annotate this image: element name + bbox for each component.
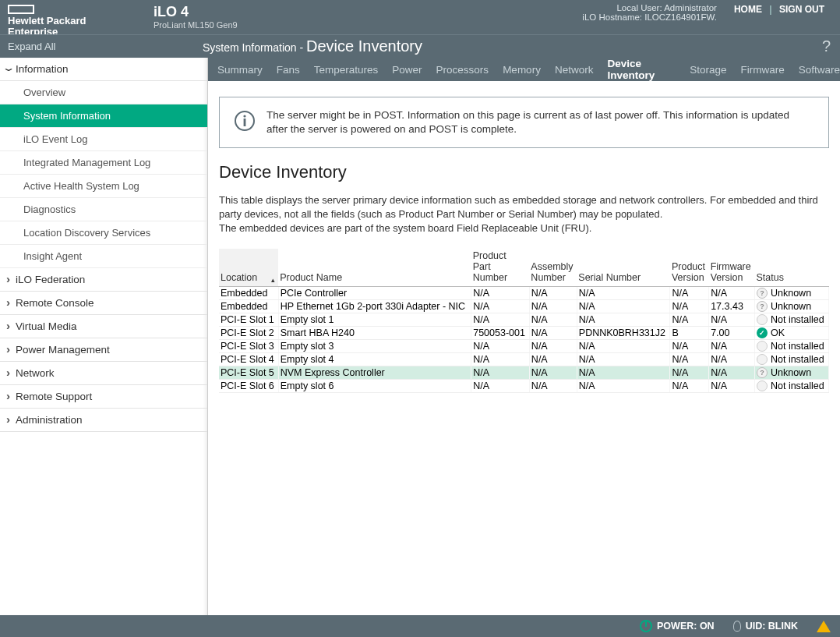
table-cell: PCI-E Slot 3 xyxy=(219,340,278,353)
hpe-brand-line1: Hewlett Packard xyxy=(8,16,146,27)
tab-summary[interactable]: Summary xyxy=(217,64,263,76)
table-cell: NVM Express Controller xyxy=(278,366,471,380)
table-cell: N/A xyxy=(670,380,709,393)
home-link[interactable]: HOME xyxy=(729,4,767,15)
product-title: iLO 4 xyxy=(154,4,238,20)
nav-item-system-information[interactable]: System Information xyxy=(0,104,207,128)
warning-icon[interactable] xyxy=(817,621,831,632)
nav-item-location-discovery-services[interactable]: Location Discovery Services xyxy=(0,221,207,245)
nav-item-diagnostics[interactable]: Diagnostics xyxy=(0,198,207,221)
table-cell: 17.3.43 xyxy=(709,300,755,313)
table-cell: N/A xyxy=(670,287,709,300)
col-product-part-number[interactable]: ProductPartNumber xyxy=(471,249,530,287)
col-firmware-version[interactable]: FirmwareVersion xyxy=(709,249,755,287)
power-status[interactable]: POWER: ON xyxy=(640,620,715,632)
table-cell: N/A xyxy=(709,366,755,380)
tab-device-inventory[interactable]: Device Inventory xyxy=(607,58,676,81)
table-cell: N/A xyxy=(709,353,755,366)
table-row[interactable]: PCI-E Slot 2Smart HBA H240750053-001N/AP… xyxy=(219,327,829,340)
table-cell: PCIe Controller xyxy=(278,287,471,300)
col-serial-number[interactable]: Serial Number xyxy=(577,249,670,287)
table-cell: N/A xyxy=(577,353,670,366)
table-cell: 750053-001 xyxy=(471,327,530,340)
hpe-logo-mark xyxy=(8,5,34,14)
col-status[interactable]: Status xyxy=(754,249,828,287)
link-divider: | xyxy=(769,4,771,15)
table-cell: N/A xyxy=(709,287,755,300)
nav-section-network[interactable]: Network xyxy=(0,362,207,385)
nav-item-insight-agent[interactable]: Insight Agent xyxy=(0,245,207,268)
tab-software[interactable]: Software xyxy=(799,64,840,76)
header-right: Local User: Administrator iLO Hostname: … xyxy=(582,0,840,34)
tab-memory[interactable]: Memory xyxy=(503,64,541,76)
table-cell: N/A xyxy=(670,366,709,380)
table-cell: N/A xyxy=(471,366,530,380)
nav-item-active-health-system-log[interactable]: Active Health System Log xyxy=(0,175,207,198)
status-cell: Not installed xyxy=(754,353,828,366)
signout-link[interactable]: SIGN OUT xyxy=(775,4,829,15)
table-cell: N/A xyxy=(529,366,577,380)
status-notinst-icon xyxy=(757,354,768,365)
table-cell: N/A xyxy=(529,380,577,393)
status-ok-icon: ✓ xyxy=(757,327,768,338)
main-content: SummaryFansTemperaturesPowerProcessorsMe… xyxy=(208,58,840,615)
table-row[interactable]: PCI-E Slot 5NVM Express ControllerN/AN/A… xyxy=(219,366,829,380)
table-cell: Empty slot 1 xyxy=(278,313,471,327)
tab-firmware[interactable]: Firmware xyxy=(740,64,784,76)
table-row[interactable]: PCI-E Slot 6Empty slot 6N/AN/AN/AN/AN/AN… xyxy=(219,380,829,393)
power-icon xyxy=(640,620,652,632)
col-location[interactable]: Location xyxy=(219,249,278,287)
status-cell: ?Unknown xyxy=(754,366,828,380)
table-row[interactable]: PCI-E Slot 3Empty slot 3N/AN/AN/AN/AN/AN… xyxy=(219,340,829,353)
table-row[interactable]: EmbeddedPCIe ControllerN/AN/AN/AN/AN/A?U… xyxy=(219,287,829,300)
status-cell: Not installed xyxy=(754,380,828,393)
table-row[interactable]: PCI-E Slot 1Empty slot 1N/AN/AN/AN/AN/AN… xyxy=(219,313,829,327)
tabs-bar: SummaryFansTemperaturesPowerProcessorsMe… xyxy=(208,58,840,81)
page-title-main: Device Inventory xyxy=(306,37,422,55)
nav-section-virtual-media[interactable]: Virtual Media xyxy=(0,315,207,338)
table-cell: Smart HBA H240 xyxy=(278,327,471,340)
table-row[interactable]: PCI-E Slot 4Empty slot 4N/AN/AN/AN/AN/AN… xyxy=(219,353,829,366)
nav-section-information[interactable]: Information xyxy=(0,58,207,81)
expand-all-link[interactable]: Expand All xyxy=(8,41,203,52)
page-title-prefix: System Information - xyxy=(203,41,306,54)
table-cell: PCI-E Slot 4 xyxy=(219,353,278,366)
status-cell: Not installed xyxy=(754,340,828,353)
col-product-version[interactable]: ProductVersion xyxy=(670,249,709,287)
table-cell: HP Ethernet 1Gb 2-port 330i Adapter - NI… xyxy=(278,300,471,313)
nav-section-remote-console[interactable]: Remote Console xyxy=(0,292,207,315)
nav-section-ilo-federation[interactable]: iLO Federation xyxy=(0,268,207,292)
tab-temperatures[interactable]: Temperatures xyxy=(314,64,379,76)
nav-section-power-management[interactable]: Power Management xyxy=(0,338,207,362)
tab-network[interactable]: Network xyxy=(555,64,594,76)
nav-item-overview[interactable]: Overview xyxy=(0,81,207,104)
table-cell: Embedded xyxy=(219,287,278,300)
table-cell: N/A xyxy=(471,340,530,353)
tab-processors[interactable]: Processors xyxy=(436,64,489,76)
col-assembly-number[interactable]: AssemblyNumber xyxy=(529,249,577,287)
table-row[interactable]: EmbeddedHP Ethernet 1Gb 2-port 330i Adap… xyxy=(219,300,829,313)
nav-item-ilo-event-log[interactable]: iLO Event Log xyxy=(0,128,207,151)
nav-item-integrated-management-log[interactable]: Integrated Management Log xyxy=(0,151,207,175)
help-icon[interactable]: ? xyxy=(822,37,831,55)
status-cell: ?Unknown xyxy=(754,287,828,300)
tab-storage[interactable]: Storage xyxy=(690,64,726,76)
table-cell: N/A xyxy=(471,300,530,313)
uid-icon xyxy=(733,621,741,632)
sidebar: InformationOverviewSystem InformationiLO… xyxy=(0,58,208,615)
tab-power[interactable]: Power xyxy=(392,64,422,76)
nav-section-administration[interactable]: Administration xyxy=(0,409,207,432)
table-cell: N/A xyxy=(471,380,530,393)
table-cell: N/A xyxy=(577,380,670,393)
nav-section-remote-support[interactable]: Remote Support xyxy=(0,385,207,409)
table-cell: PDNNK0BRH331J2 xyxy=(577,327,670,340)
col-product-name[interactable]: Product Name xyxy=(278,249,471,287)
table-cell: N/A xyxy=(529,340,577,353)
info-icon xyxy=(234,110,256,134)
uid-status[interactable]: UID: BLINK xyxy=(733,621,798,632)
info-banner-text: The server might be in POST. Information… xyxy=(266,108,813,136)
status-unknown-icon: ? xyxy=(757,367,768,378)
table-cell: N/A xyxy=(577,366,670,380)
tab-fans[interactable]: Fans xyxy=(277,64,300,76)
table-cell: N/A xyxy=(471,353,530,366)
